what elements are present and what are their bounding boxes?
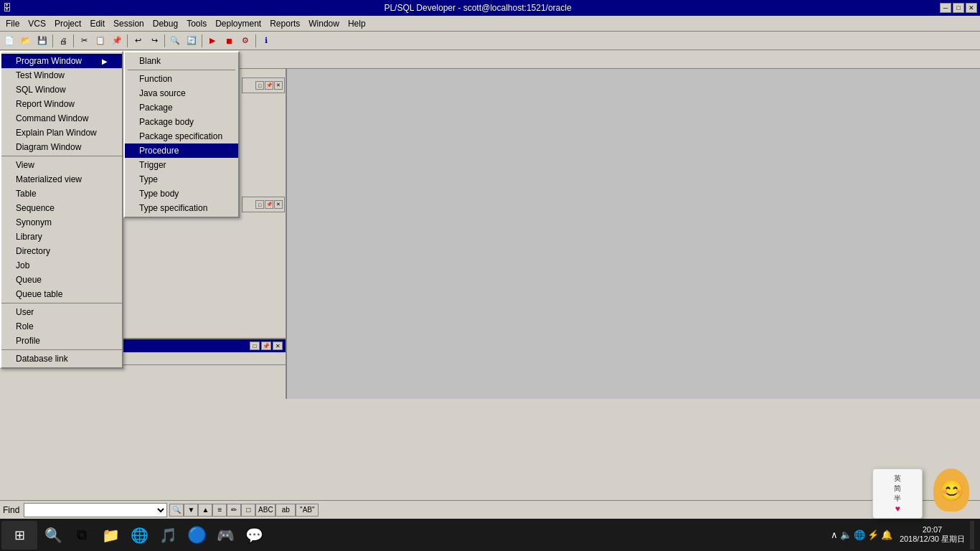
submenu-item-package-spec[interactable]: Package specification bbox=[125, 129, 238, 143]
clock[interactable]: 20:07 2018/12/30 星期日 bbox=[900, 525, 965, 545]
taskbar-task-view[interactable]: ⧉ bbox=[69, 522, 95, 548]
find-search-btn[interactable]: 🔍 bbox=[169, 504, 184, 517]
tray-icon3[interactable]: ⚡ bbox=[867, 529, 879, 540]
menu-vcs[interactable]: VCS bbox=[24, 17, 50, 30]
menu-item-program-window[interactable]: Program Window ▶ bbox=[1, 54, 122, 68]
menu-help[interactable]: Help bbox=[344, 17, 370, 30]
minimize-button[interactable]: ─ bbox=[940, 3, 951, 13]
menu-deployment[interactable]: Deployment bbox=[211, 17, 265, 30]
submenu-item-package[interactable]: Package bbox=[125, 100, 238, 115]
taskbar-wechat[interactable]: 💬 bbox=[241, 522, 267, 548]
menu-item-report-window[interactable]: Report Window bbox=[1, 97, 122, 111]
float-restore-btn[interactable]: □ bbox=[255, 81, 264, 90]
find-btn[interactable]: 🔍 bbox=[167, 34, 183, 48]
submenu-item-type[interactable]: Type bbox=[125, 172, 238, 187]
menu-section-1: Program Window ▶ Test Window SQL Window … bbox=[1, 52, 122, 156]
menu-item-queue-table[interactable]: Queue table bbox=[1, 287, 122, 301]
title-text: PL/SQL Developer - scott@localhost:1521/… bbox=[384, 3, 571, 13]
taskbar-app1[interactable]: 🎮 bbox=[212, 522, 238, 548]
menu-item-materialized-view[interactable]: Materialized view bbox=[1, 172, 122, 187]
menu-item-sql-window[interactable]: SQL Window bbox=[1, 83, 122, 97]
taskbar-chrome[interactable]: 🔵 bbox=[184, 522, 209, 548]
paste-btn[interactable]: 📌 bbox=[109, 34, 125, 48]
menu-item-explain-plan[interactable]: Explain Plan Window bbox=[1, 126, 122, 140]
menu-item-library[interactable]: Library bbox=[1, 230, 122, 244]
float-close-btn[interactable]: ✕ bbox=[274, 81, 283, 90]
menu-item-diagram-window[interactable]: Diagram Window bbox=[1, 140, 122, 154]
menu-item-synonym[interactable]: Synonym bbox=[1, 215, 122, 230]
tray-icon2[interactable]: 🌐 bbox=[854, 529, 865, 540]
submenu-item-trigger[interactable]: Trigger bbox=[125, 158, 238, 172]
menu-item-directory[interactable]: Directory bbox=[1, 244, 122, 258]
find-box-btn[interactable]: □ bbox=[241, 504, 255, 517]
find-quoted-btn[interactable]: "AB" bbox=[296, 504, 319, 517]
start-button[interactable]: ⊞ bbox=[1, 521, 37, 550]
menu-item-database-link[interactable]: Database link bbox=[1, 352, 122, 366]
submenu-item-type-body[interactable]: Type body bbox=[125, 187, 238, 201]
open-btn[interactable]: 📂 bbox=[18, 34, 34, 48]
close-panel-btn[interactable]: ✕ bbox=[273, 342, 283, 350]
show-desktop-btn[interactable] bbox=[970, 521, 974, 550]
find-input[interactable] bbox=[24, 503, 167, 517]
menu-file[interactable]: File bbox=[1, 17, 24, 30]
menu-session[interactable]: Session bbox=[109, 17, 149, 30]
pin-panel-btn[interactable]: 📌 bbox=[261, 342, 271, 350]
new-btn[interactable]: 📄 bbox=[1, 34, 17, 48]
menu-item-view[interactable]: View bbox=[1, 158, 122, 172]
menu-item-command-window[interactable]: Command Window bbox=[1, 111, 122, 126]
restore-panel-btn[interactable]: □ bbox=[250, 342, 260, 350]
menu-item-role[interactable]: Role bbox=[1, 319, 122, 334]
menu-project[interactable]: Project bbox=[50, 17, 85, 30]
find-abc-btn[interactable]: ABC bbox=[255, 504, 275, 517]
float2-close-btn[interactable]: ✕ bbox=[274, 200, 283, 209]
compile2-btn[interactable]: ⚙ bbox=[237, 34, 253, 48]
tray-icon4[interactable]: 🔔 bbox=[881, 529, 892, 540]
menu-item-job[interactable]: Job bbox=[1, 258, 122, 273]
taskbar-media[interactable]: 🎵 bbox=[155, 522, 181, 548]
menu-reports[interactable]: Reports bbox=[265, 17, 304, 30]
input-method-widget[interactable]: 英 简 半 ♥ bbox=[872, 468, 923, 519]
stop-btn[interactable]: ⏹ bbox=[221, 34, 237, 48]
find-down-btn[interactable]: ▼ bbox=[184, 504, 198, 517]
menu-window[interactable]: Window bbox=[304, 17, 344, 30]
submenu-item-java-source[interactable]: Java source bbox=[125, 86, 238, 100]
submenu-item-type-spec[interactable]: Type specification bbox=[125, 201, 238, 215]
tray-icon1[interactable]: 🔈 bbox=[840, 529, 852, 540]
menu-edit[interactable]: Edit bbox=[85, 17, 109, 30]
menu-item-table[interactable]: Table bbox=[1, 187, 122, 201]
copy-btn[interactable]: 📋 bbox=[93, 34, 108, 48]
panel-controls: □ 📌 ✕ bbox=[250, 342, 283, 350]
find-edit-btn[interactable]: ✏ bbox=[227, 504, 241, 517]
submenu-item-package-body[interactable]: Package body bbox=[125, 115, 238, 129]
float-pin-btn[interactable]: 📌 bbox=[265, 81, 273, 90]
print-btn[interactable]: 🖨 bbox=[55, 34, 71, 48]
restore-button[interactable]: □ bbox=[953, 3, 964, 13]
find-ab-btn[interactable]: ab bbox=[275, 504, 296, 517]
taskbar-explorer[interactable]: 📁 bbox=[98, 522, 123, 548]
menu-item-queue[interactable]: Queue bbox=[1, 273, 122, 287]
taskbar-search[interactable]: 🔍 bbox=[40, 522, 66, 548]
replace-btn[interactable]: 🔄 bbox=[184, 34, 199, 48]
menu-item-user[interactable]: User bbox=[1, 305, 122, 319]
menu-item-profile[interactable]: Profile bbox=[1, 334, 122, 348]
find-options-btn[interactable]: ≡ bbox=[212, 504, 227, 517]
close-button[interactable]: ✕ bbox=[966, 3, 977, 13]
info-btn[interactable]: ℹ bbox=[258, 34, 274, 48]
float2-restore-btn[interactable]: □ bbox=[255, 200, 264, 209]
undo-btn[interactable]: ↩ bbox=[130, 34, 146, 48]
find-up-btn[interactable]: ▲ bbox=[198, 504, 212, 517]
submenu-item-procedure[interactable]: Procedure bbox=[125, 143, 238, 158]
submenu-item-function[interactable]: Function bbox=[125, 72, 238, 86]
tray-chevron[interactable]: ∧ bbox=[831, 529, 838, 540]
submenu-item-blank[interactable]: Blank bbox=[125, 54, 238, 68]
menu-item-sequence[interactable]: Sequence bbox=[1, 201, 122, 215]
menu-debug[interactable]: Debug bbox=[149, 17, 182, 30]
menu-tools[interactable]: Tools bbox=[182, 17, 211, 30]
compile-btn[interactable]: ▶ bbox=[204, 34, 220, 48]
cut-btn[interactable]: ✂ bbox=[76, 34, 92, 48]
save-btn[interactable]: 💾 bbox=[34, 34, 50, 48]
taskbar-browser1[interactable]: 🌐 bbox=[126, 522, 152, 548]
menu-item-test-window[interactable]: Test Window bbox=[1, 68, 122, 83]
float2-pin-btn[interactable]: 📌 bbox=[265, 200, 273, 209]
redo-btn[interactable]: ↪ bbox=[146, 34, 162, 48]
